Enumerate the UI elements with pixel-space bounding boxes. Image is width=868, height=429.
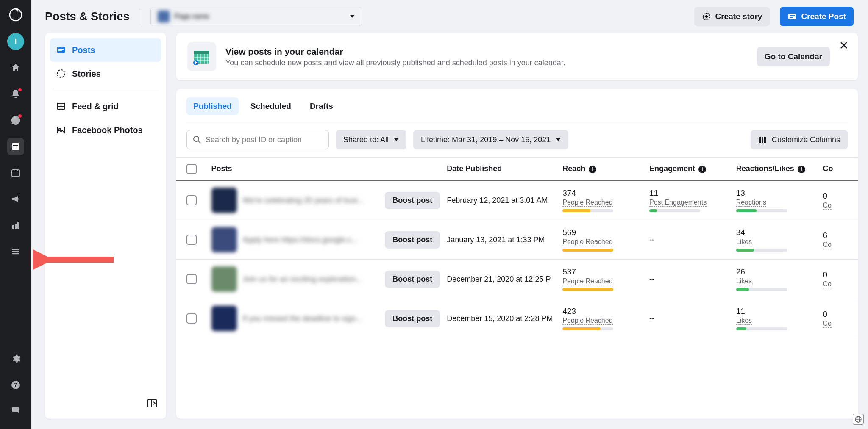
- row-checkbox[interactable]: [186, 235, 197, 245]
- post-title[interactable]: We're celebrating 20 years of busi...: [243, 196, 364, 205]
- create-story-button[interactable]: Create story: [694, 7, 770, 26]
- nav-settings-icon[interactable]: [7, 350, 24, 367]
- post-title[interactable]: If you missed the deadline to sign...: [243, 314, 362, 323]
- collapse-panel-icon[interactable]: [147, 398, 158, 410]
- boost-post-button[interactable]: Boost post: [385, 310, 440, 327]
- left-nav-rail: I ?: [0, 0, 31, 429]
- posts-panel: Published Scheduled Drafts Shared to: Al…: [176, 89, 858, 419]
- sidebar-item-stories[interactable]: Stories: [50, 62, 161, 86]
- page-selector[interactable]: Page name: [150, 7, 362, 26]
- row-checkbox[interactable]: [186, 195, 197, 205]
- nav-posts-icon[interactable]: [7, 138, 24, 155]
- post-date: December 21, 2020 at 12:25 P: [447, 275, 562, 284]
- chevron-down-icon: [394, 137, 399, 142]
- nav-notifications-icon[interactable]: [7, 86, 24, 102]
- info-icon[interactable]: i: [798, 166, 805, 173]
- sidebar-item-photos[interactable]: Facebook Photos: [50, 118, 161, 142]
- search-input[interactable]: [206, 136, 323, 144]
- boost-post-button[interactable]: Boost post: [385, 192, 440, 209]
- svg-rect-9: [15, 224, 17, 229]
- close-icon[interactable]: [839, 41, 849, 52]
- metric-comments: 0 Co: [823, 270, 848, 288]
- filter-label: Lifetime: Mar 31, 2019 – Nov 15, 2021: [421, 136, 551, 144]
- nav-insights-icon[interactable]: [7, 217, 24, 234]
- notification-dot: [18, 114, 22, 118]
- sidebar-label: Facebook Photos: [72, 125, 143, 135]
- filter-date-range[interactable]: Lifetime: Mar 31, 2019 – Nov 15, 2021: [413, 130, 568, 149]
- grid-icon: [56, 101, 66, 111]
- tab-scheduled[interactable]: Scheduled: [244, 97, 298, 115]
- post-thumbnail[interactable]: [211, 266, 237, 292]
- page-header: Posts & Stories Page name Create story C…: [31, 0, 868, 33]
- post-thumbnail[interactable]: [211, 227, 237, 252]
- nav-calendar-icon[interactable]: [7, 164, 24, 181]
- tab-published[interactable]: Published: [186, 97, 239, 115]
- col-header-posts: Posts: [211, 164, 447, 173]
- svg-rect-22: [57, 47, 65, 53]
- brand-icon[interactable]: [8, 8, 23, 24]
- chevron-down-icon: [349, 14, 355, 19]
- metric-comments: 0 Co: [823, 310, 848, 328]
- svg-rect-8: [12, 225, 14, 229]
- svg-rect-20: [790, 15, 795, 16]
- sidebar-label: Posts: [72, 45, 95, 55]
- sidebar-item-posts[interactable]: Posts: [50, 38, 161, 62]
- info-icon[interactable]: i: [698, 166, 706, 173]
- notification-dot: [18, 88, 22, 91]
- go-to-calendar-button[interactable]: Go to Calendar: [757, 47, 830, 66]
- svg-line-47: [198, 141, 200, 143]
- nav-menu-icon[interactable]: [7, 243, 24, 260]
- svg-point-25: [57, 70, 65, 77]
- create-story-label: Create story: [715, 12, 762, 21]
- select-all-checkbox[interactable]: [186, 164, 197, 174]
- post-title[interactable]: Join us for an exciting exploration...: [243, 275, 362, 284]
- banner-subtitle: You can schedule new posts and view all …: [225, 58, 565, 67]
- tabs: Published Scheduled Drafts: [176, 89, 858, 115]
- nav-report-icon[interactable]: [7, 403, 24, 420]
- page-name: Page name: [175, 13, 209, 20]
- globe-icon[interactable]: [853, 414, 864, 425]
- info-icon[interactable]: i: [589, 166, 596, 173]
- nav-home-icon[interactable]: [7, 59, 24, 76]
- post-thumbnail[interactable]: [211, 306, 237, 331]
- search-icon: [193, 136, 201, 144]
- svg-rect-49: [762, 137, 763, 143]
- metric-comments: 0 Co: [823, 191, 848, 210]
- sidebar-label: Stories: [72, 69, 101, 79]
- metric-reach: 374 People Reached: [562, 188, 649, 212]
- nav-inbox-icon[interactable]: [7, 112, 24, 129]
- post-thumbnail[interactable]: [211, 188, 237, 213]
- row-checkbox[interactable]: [186, 313, 197, 324]
- tab-drafts[interactable]: Drafts: [303, 97, 340, 115]
- profile-avatar[interactable]: I: [7, 33, 24, 50]
- customize-columns-button[interactable]: Customize Columns: [751, 130, 848, 149]
- table-row: Join us for an exciting exploration... B…: [176, 260, 858, 299]
- create-post-button[interactable]: Create Post: [780, 7, 854, 26]
- col-header-comments: Co: [823, 164, 848, 173]
- nav-ads-icon[interactable]: [7, 191, 24, 208]
- svg-point-46: [194, 136, 199, 141]
- metric-reach: 537 People Reached: [562, 267, 649, 291]
- row-checkbox[interactable]: [186, 274, 197, 284]
- search-input-wrap[interactable]: [186, 130, 329, 149]
- boost-post-button[interactable]: Boost post: [385, 231, 440, 249]
- metric-reactions: 13 Reactions: [736, 188, 823, 212]
- metric-reactions: 11 Likes: [736, 307, 823, 330]
- create-post-label: Create Post: [801, 12, 846, 21]
- banner-title: View posts in your calendar: [225, 47, 565, 57]
- table-row: If you missed the deadline to sign... Bo…: [176, 299, 858, 338]
- metric-reactions: 34 Likes: [736, 228, 823, 252]
- page-title: Posts & Stories: [45, 10, 130, 23]
- story-plus-icon: [702, 12, 711, 21]
- svg-rect-23: [58, 49, 64, 50]
- filter-shared-to[interactable]: Shared to: All: [336, 130, 406, 149]
- boost-post-button[interactable]: Boost post: [385, 271, 440, 288]
- section-nav: Posts Stories Feed & grid Facebook Photo…: [45, 33, 166, 419]
- svg-rect-24: [58, 50, 62, 51]
- table-row: Apply here https://docs.google.c... Boos…: [176, 220, 858, 260]
- sidebar-item-feed-grid[interactable]: Feed & grid: [50, 94, 161, 118]
- metric-engagement: --: [649, 235, 736, 244]
- post-title[interactable]: Apply here https://docs.google.c...: [243, 235, 358, 244]
- nav-help-icon[interactable]: ?: [7, 376, 24, 393]
- posts-icon: [56, 45, 66, 55]
